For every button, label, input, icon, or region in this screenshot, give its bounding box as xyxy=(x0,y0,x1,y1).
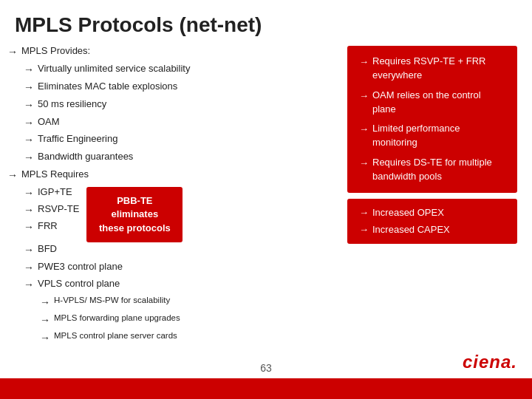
arrow-icon: → xyxy=(7,168,18,183)
top-red-box: → Requires RSVP-TE + FRR everywhere → OA… xyxy=(347,46,517,193)
provides-item-5: Bandwidth guarantees xyxy=(38,150,133,163)
list-item: → 50 ms resiliency xyxy=(7,98,340,112)
list-item: → Bandwidth guarantees xyxy=(7,150,340,165)
list-item: → H-VPLS/ MS-PW for scalability xyxy=(7,295,340,310)
arrow-icon: → xyxy=(24,116,34,130)
mpls-provides-label: MPLS Provides: xyxy=(21,44,90,58)
red-box-item: → OAM relies on the control plane xyxy=(359,89,505,117)
provides-item-1: Eliminates MAC table explosions xyxy=(38,80,177,93)
red-box-item: → Increased OPEX xyxy=(359,206,505,220)
arrow-icon: → xyxy=(24,98,34,112)
pbb-te-box: PBB-TE eliminates these protocols xyxy=(86,187,183,242)
arrow-icon: → xyxy=(24,63,34,77)
arrow-icon: → xyxy=(359,123,369,137)
list-item: → Eliminates MAC table explosions xyxy=(7,80,340,95)
list-item: → Virtually unlimited service scalabilit… xyxy=(7,62,340,77)
provides-item-4: Traffic Engineering xyxy=(38,132,117,146)
list-item: → VPLS control plane xyxy=(7,277,340,292)
list-item: → Traffic Engineering xyxy=(7,132,340,147)
arrow-icon: → xyxy=(24,278,34,292)
mpls-req-left: → IGP+TE → RSVP-TE → FRR xyxy=(7,185,79,236)
bottom-red-box: → Increased OPEX → Increased CAPEX xyxy=(347,199,517,245)
list-item: → BFD xyxy=(7,242,340,257)
left-column: → MPLS Provides: → Virtually unlimited s… xyxy=(7,44,347,348)
arrow-icon: → xyxy=(24,261,34,275)
arrow-icon: → xyxy=(40,296,50,310)
arrow-icon: → xyxy=(24,81,34,95)
provides-item-0: Virtually unlimited service scalability xyxy=(38,62,190,75)
sub-requires-item-2: MPLS control plane server cards xyxy=(54,330,177,342)
sub-requires-item-0: H-VPLS/ MS-PW for scalability xyxy=(54,295,170,307)
bottom-bar xyxy=(0,378,532,399)
list-item: → OAM xyxy=(7,115,340,130)
requires-item-4: PWE3 control plane xyxy=(38,260,123,273)
arrow-icon: → xyxy=(359,89,369,103)
arrow-icon: → xyxy=(7,45,18,59)
mpls-requires-label: MPLS Requires xyxy=(21,168,89,181)
right-item-1: OAM relies on the control plane xyxy=(372,89,505,117)
content-area: → MPLS Provides: → Virtually unlimited s… xyxy=(0,44,532,348)
arrow-icon: → xyxy=(24,133,34,147)
mpls-provides-header: → MPLS Provides: xyxy=(7,44,340,59)
mpls-req-group: → IGP+TE → RSVP-TE → FRR PBB-TE eliminat… xyxy=(7,185,340,242)
pbb-line1: PBB-TE eliminates xyxy=(112,195,159,219)
right-column: → Requires RSVP-TE + FRR everywhere → OA… xyxy=(347,44,525,348)
red-box-item: → Increased CAPEX xyxy=(359,223,505,237)
requires-item-0: IGP+TE xyxy=(38,185,72,199)
arrow-icon: → xyxy=(24,243,34,257)
arrow-icon: → xyxy=(40,331,50,345)
arrow-icon: → xyxy=(24,186,34,200)
page-number: 63 xyxy=(260,362,272,374)
right-item-0: Requires RSVP-TE + FRR everywhere xyxy=(372,55,505,83)
requires-item-1: RSVP-TE xyxy=(38,202,79,216)
requires-item-5: VPLS control plane xyxy=(38,277,120,290)
right-bottom-0: Increased OPEX xyxy=(372,206,444,220)
provides-item-2: 50 ms resiliency xyxy=(38,98,106,111)
arrow-icon: → xyxy=(359,223,369,237)
arrow-icon: → xyxy=(359,55,369,69)
list-item: → MPLS control plane server cards xyxy=(7,330,340,345)
list-item: → MPLS forwarding plane upgrades xyxy=(7,313,340,327)
provides-item-3: OAM xyxy=(38,115,60,129)
right-item-3: Requires DS-TE for multiple bandwidth po… xyxy=(372,156,505,184)
requires-item-2: FRR xyxy=(38,219,58,233)
pbb-line2: these protocols xyxy=(99,222,171,233)
arrow-icon: → xyxy=(359,206,369,220)
red-box-item: → Requires RSVP-TE + FRR everywhere xyxy=(359,55,505,83)
sub-requires-item-1: MPLS forwarding plane upgrades xyxy=(54,313,180,324)
right-bottom-1: Increased CAPEX xyxy=(372,223,450,237)
list-item: → FRR xyxy=(7,219,79,234)
mpls-requires-header: → MPLS Requires xyxy=(7,168,340,183)
arrow-icon: → xyxy=(24,151,34,165)
arrow-icon: → xyxy=(40,313,50,327)
list-item: → PWE3 control plane xyxy=(7,260,340,275)
ciena-logo: ciena. xyxy=(463,352,517,372)
red-box-item: → Requires DS-TE for multiple bandwidth … xyxy=(359,156,505,184)
arrow-icon: → xyxy=(24,203,34,217)
red-box-item: → Limited performance monitoring xyxy=(359,122,505,150)
list-item: → IGP+TE xyxy=(7,185,79,200)
arrow-icon: → xyxy=(359,157,369,171)
page: MPLS Protocols (net-net) → MPLS Provides… xyxy=(0,0,532,399)
requires-item-3: BFD xyxy=(38,242,57,256)
right-item-2: Limited performance monitoring xyxy=(372,122,505,150)
page-title: MPLS Protocols (net-net) xyxy=(0,0,532,44)
arrow-icon: → xyxy=(24,220,34,234)
list-item: → RSVP-TE xyxy=(7,202,79,217)
